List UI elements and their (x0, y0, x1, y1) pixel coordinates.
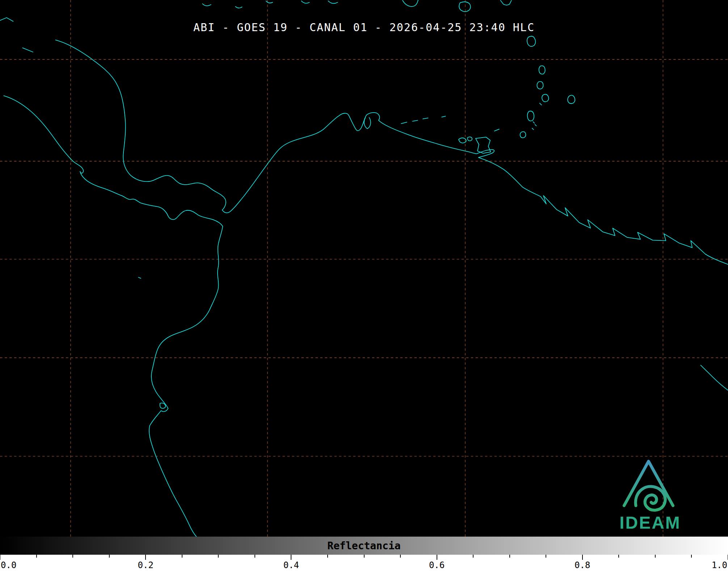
colorbar-minor-tick (364, 555, 365, 558)
colorbar: Reflectancia (0, 537, 728, 555)
colorbar-minor-tick (400, 555, 401, 558)
colorbar-tick-label: 0.6 (429, 560, 445, 570)
colorbar-minor-tick (218, 555, 219, 558)
colorbar-minor-tick (618, 555, 619, 558)
colorbar-minor-tick (473, 555, 474, 558)
colorbar-major-tick (582, 555, 583, 560)
ideam-logo: IDEAM (609, 448, 692, 533)
colorbar-tick-label: 1.0 (712, 560, 727, 570)
coastline-lake-maracaibo (364, 118, 371, 129)
ideam-logo-text: IDEAM (609, 513, 692, 533)
coastline-right-edge-fragment (701, 365, 728, 390)
colorbar-major-tick (437, 555, 437, 560)
colorbar-minor-tick (546, 555, 546, 558)
coastline-caribbean-north-coast (55, 40, 728, 264)
colorbar-minor-tick (72, 555, 73, 558)
colorbar-tick-label: 0.8 (575, 560, 590, 570)
colorbar-major-tick (0, 555, 0, 560)
colorbar-minor-tick (182, 555, 182, 558)
coastline-trinidad-island (476, 137, 491, 154)
colorbar-tick-label: 0.0 (1, 560, 16, 570)
colorbar-tick-label: 0.4 (283, 560, 299, 570)
logo-hurricane-spiral (636, 486, 665, 510)
colorbar-minor-tick (327, 555, 328, 558)
colorbar-axis: 0.00.20.40.60.81.0 (0, 555, 728, 571)
colorbar-minor-tick (36, 555, 37, 558)
colorbar-tick-label: 0.2 (138, 560, 153, 570)
colorbar-label: Reflectancia (327, 540, 400, 552)
colorbar-minor-tick (254, 555, 255, 558)
colorbar-minor-tick (691, 555, 692, 558)
colorbar-minor-tick (109, 555, 110, 558)
colorbar-minor-tick (655, 555, 656, 558)
colorbar-minor-tick (509, 555, 510, 558)
image-title: ABI - GOES 19 - CANAL 01 - 2026-04-25 23… (0, 21, 728, 34)
colorbar-major-tick (291, 555, 291, 560)
colorbar-major-tick (145, 555, 146, 560)
ideam-logo-icon (612, 448, 688, 513)
coastline-pacific-west-coast (4, 96, 223, 537)
coastline-islands (0, 0, 575, 408)
